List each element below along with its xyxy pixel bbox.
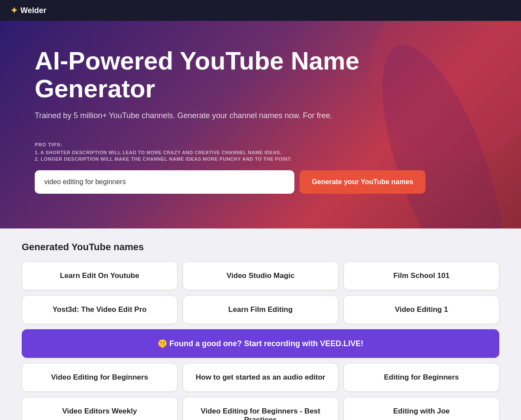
search-row: Generate your YouTube names bbox=[35, 170, 425, 194]
name-card[interactable]: Learn Edit On Youtube bbox=[22, 261, 178, 290]
hero-subtitle: Trained by 5 million+ YouTube channels. … bbox=[35, 111, 486, 120]
hero-title: AI-Powered YouTube Name Generator bbox=[35, 47, 486, 103]
name-card[interactable]: Editing for Beginners bbox=[343, 363, 499, 392]
generate-button[interactable]: Generate your YouTube names bbox=[300, 170, 425, 194]
results-section: Generated YouTube names Learn Edit On Yo… bbox=[0, 228, 521, 420]
names-row-3: Video Editing for Beginners How to get s… bbox=[22, 363, 499, 392]
names-row-2: Yost3d: The Video Edit Pro Learn Film Ed… bbox=[22, 295, 499, 324]
name-card[interactable]: Learn Film Editing bbox=[183, 295, 339, 324]
hero-section: AI-Powered YouTube Name Generator Traine… bbox=[0, 21, 521, 228]
pro-tip-1: 1. A SHORTER DESCRIPTION WILL LEAD TO MO… bbox=[35, 150, 486, 155]
name-card[interactable]: Video Editors Weekly bbox=[22, 397, 178, 420]
name-card[interactable]: Video Studio Magic bbox=[183, 261, 339, 290]
names-row-1: Learn Edit On Youtube Video Studio Magic… bbox=[22, 261, 499, 290]
names-row-4: Video Editors Weekly Video Editing for B… bbox=[22, 397, 499, 420]
logo-text: Welder bbox=[20, 6, 46, 15]
name-card[interactable]: How to get started as an audio editor bbox=[183, 363, 339, 392]
name-card[interactable]: Yost3d: The Video Edit Pro bbox=[22, 295, 178, 324]
pro-tip-2: 2. LONGER DESCRIPTION WILL MAKE THE CHAN… bbox=[35, 156, 486, 162]
pro-tips: PRO TIPS: 1. A SHORTER DESCRIPTION WILL … bbox=[35, 142, 486, 162]
logo: ✦ Welder bbox=[10, 5, 46, 16]
name-card[interactable]: Video Editing for Beginners - Best Pract… bbox=[183, 397, 339, 420]
name-card[interactable]: Editing with Joe bbox=[343, 397, 499, 420]
promo-banner[interactable]: 🤫 Found a good one? Start recording with… bbox=[22, 329, 499, 358]
results-title: Generated YouTube names bbox=[22, 241, 499, 253]
search-input[interactable] bbox=[35, 170, 294, 194]
logo-icon: ✦ bbox=[10, 5, 18, 16]
pro-tips-label: PRO TIPS: bbox=[35, 142, 486, 147]
name-card[interactable]: Film School 101 bbox=[343, 261, 499, 290]
name-card[interactable]: Video Editing 1 bbox=[343, 295, 499, 324]
header: ✦ Welder bbox=[0, 0, 521, 21]
name-card[interactable]: Video Editing for Beginners bbox=[22, 363, 178, 392]
